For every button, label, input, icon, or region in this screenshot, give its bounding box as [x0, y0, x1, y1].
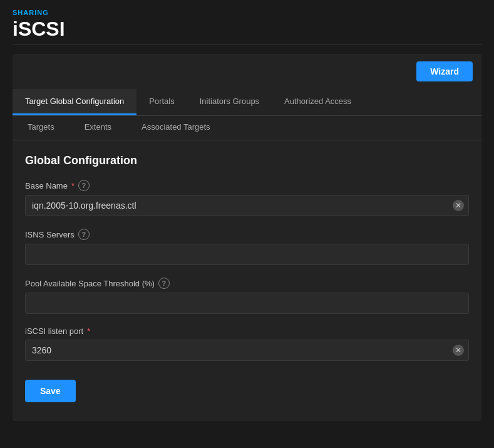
base-name-clear-button[interactable]: ✕: [453, 200, 464, 211]
tab-targets[interactable]: Targets: [13, 116, 69, 140]
tab-initiators-groups[interactable]: Initiators Groups: [187, 89, 272, 115]
isns-servers-group: ISNS Servers ?: [25, 229, 469, 265]
base-name-required: *: [71, 181, 75, 190]
save-button[interactable]: Save: [25, 380, 76, 402]
wizard-bar: Wizard: [13, 54, 481, 89]
tab-authorized-access[interactable]: Authorized Access: [272, 89, 364, 115]
isns-servers-label: ISNS Servers ?: [25, 229, 469, 240]
pool-threshold-label: Pool Available Space Threshold (%) ?: [25, 278, 469, 289]
tab-associated-targets[interactable]: Associated Targets: [126, 116, 225, 140]
sharing-label: SHARING: [13, 9, 481, 16]
iscsi-port-input[interactable]: [25, 340, 469, 361]
isns-servers-input-wrapper: [25, 244, 469, 265]
tabs-row-2: Targets Extents Associated Targets: [13, 116, 481, 140]
page-title: iSCSI: [13, 18, 481, 41]
pool-threshold-help-icon[interactable]: ?: [158, 278, 170, 289]
isns-servers-input[interactable]: [25, 244, 469, 265]
pool-threshold-input-wrapper: [25, 293, 469, 314]
wizard-button[interactable]: Wizard: [416, 61, 473, 81]
base-name-help-icon[interactable]: ?: [78, 180, 90, 191]
tab-extents[interactable]: Extents: [69, 116, 126, 140]
isns-servers-help-icon[interactable]: ?: [78, 229, 90, 240]
divider: [13, 44, 481, 45]
iscsi-port-input-wrapper: ✕: [25, 340, 469, 361]
content-area: Global Configuration Base Name * ? ✕ ISN…: [13, 140, 481, 415]
tab-portals[interactable]: Portals: [136, 89, 187, 115]
main-container: Wizard Target Global Configuration Porta…: [13, 54, 481, 421]
base-name-group: Base Name * ? ✕: [25, 180, 469, 216]
iscsi-port-label: iSCSI listen port *: [25, 326, 469, 336]
top-bar: SHARING iSCSI: [0, 0, 494, 44]
tabs-row-1: Target Global Configuration Portals Init…: [13, 89, 481, 116]
base-name-input-wrapper: ✕: [25, 195, 469, 216]
pool-threshold-input[interactable]: [25, 293, 469, 314]
iscsi-port-required: *: [87, 326, 90, 336]
iscsi-port-clear-button[interactable]: ✕: [453, 345, 464, 356]
base-name-label: Base Name * ?: [25, 180, 469, 191]
pool-threshold-group: Pool Available Space Threshold (%) ?: [25, 278, 469, 314]
iscsi-port-group: iSCSI listen port * ✕: [25, 326, 469, 361]
tab-target-global-configuration[interactable]: Target Global Configuration: [13, 89, 136, 115]
section-title: Global Configuration: [25, 154, 469, 167]
base-name-input[interactable]: [25, 195, 469, 216]
